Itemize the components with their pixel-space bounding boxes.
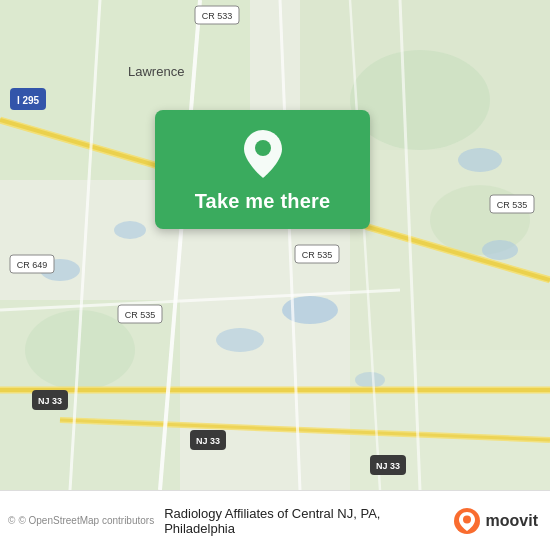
svg-text:CR 649: CR 649: [17, 260, 48, 270]
svg-point-9: [282, 296, 338, 324]
attribution-text: © OpenStreetMap contributors: [18, 515, 154, 526]
svg-point-11: [482, 240, 518, 260]
svg-point-10: [458, 148, 502, 172]
svg-text:CR 535: CR 535: [125, 310, 156, 320]
moovit-pin-icon: [453, 507, 481, 535]
location-pin-icon: [237, 128, 289, 180]
svg-point-49: [463, 515, 471, 523]
attribution: © © OpenStreetMap contributors: [8, 515, 154, 526]
take-me-there-button[interactable]: Take me there: [155, 110, 370, 229]
osm-icon: ©: [8, 515, 15, 526]
svg-text:CR 533: CR 533: [202, 11, 233, 21]
bottom-bar: © © OpenStreetMap contributors Radiology…: [0, 490, 550, 550]
moovit-logo: moovit: [453, 507, 538, 535]
svg-point-14: [216, 328, 264, 352]
svg-text:Lawrence: Lawrence: [128, 64, 184, 79]
map-background: I 295 CR 533 CR 535 CR 535 CR 535 CR 649…: [0, 0, 550, 490]
map-container: I 295 CR 533 CR 535 CR 535 CR 535 CR 649…: [0, 0, 550, 490]
svg-point-47: [255, 140, 271, 156]
place-name: Radiology Affiliates of Central NJ, PA, …: [164, 506, 442, 536]
svg-point-12: [114, 221, 146, 239]
svg-text:NJ 33: NJ 33: [38, 396, 62, 406]
svg-text:NJ 33: NJ 33: [376, 461, 400, 471]
svg-text:CR 535: CR 535: [497, 200, 528, 210]
take-me-there-label: Take me there: [195, 190, 331, 213]
svg-text:I 295: I 295: [17, 95, 40, 106]
svg-text:NJ 33: NJ 33: [196, 436, 220, 446]
moovit-text: moovit: [486, 512, 538, 530]
svg-point-6: [350, 50, 490, 150]
svg-text:CR 535: CR 535: [302, 250, 333, 260]
svg-point-15: [355, 372, 385, 388]
